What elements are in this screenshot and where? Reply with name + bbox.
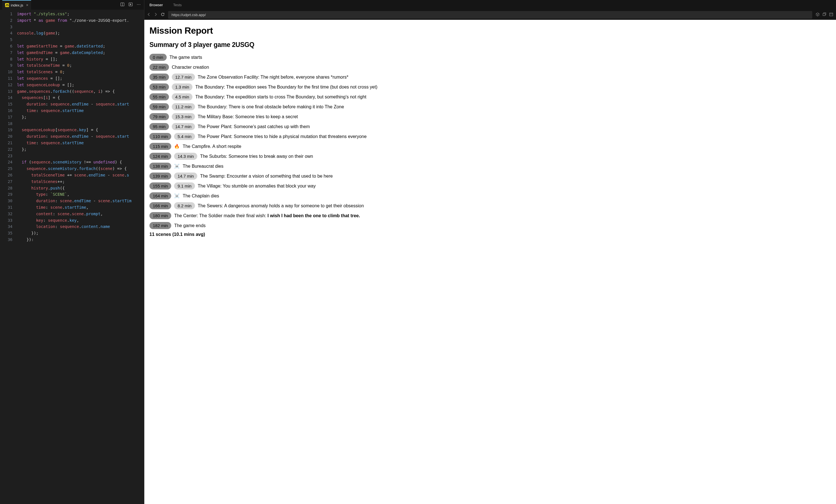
- time-badge: 59 min: [149, 103, 169, 110]
- time-badge: 138 min: [149, 162, 171, 170]
- event-text: The Zone Observation Facility: The night…: [198, 75, 348, 80]
- svg-rect-3: [823, 13, 825, 16]
- event-row: 180 minThe Center: The Soldier made thei…: [149, 212, 831, 219]
- url-input[interactable]: [168, 11, 812, 19]
- event-text: The Bureaucrat dies: [183, 164, 223, 169]
- time-badge: 53 min: [149, 83, 169, 91]
- time-badge: 22 min: [149, 64, 169, 71]
- time-badge: 110 min: [149, 133, 171, 140]
- event-text: The Boundary: There is one final obstacl…: [198, 104, 344, 110]
- duration-badge: 1.3 min: [172, 83, 192, 91]
- time-badge: 124 min: [149, 153, 171, 160]
- event-row: 110 min5.4 minThe Power Plant: Someone t…: [149, 133, 831, 140]
- fire-icon: 🔥: [174, 144, 180, 149]
- file-tab-label: index.js: [11, 3, 23, 7]
- summary-line: 11 scenes (10.1 mins avg): [149, 232, 831, 237]
- close-tab-icon[interactable]: ×: [26, 3, 28, 7]
- new-window-icon[interactable]: [822, 13, 826, 17]
- event-text: The Suburbs: Someone tries to break away…: [200, 154, 313, 159]
- svg-rect-4: [830, 13, 833, 16]
- preview-content[interactable]: Mission Report Summary of 3 player game …: [144, 20, 836, 504]
- time-badge: 182 min: [149, 222, 171, 229]
- time-badge: 35 min: [149, 74, 169, 81]
- event-text: The Village: You stumble on anomalies th…: [198, 183, 316, 189]
- line-gutter: 1234567891011121314151617181920212223242…: [0, 11, 17, 504]
- event-text: The game ends: [174, 223, 206, 228]
- time-badge: 95 min: [149, 123, 169, 130]
- duration-badge: 14.7 min: [174, 173, 197, 180]
- time-badge: 139 min: [149, 173, 171, 180]
- skull-icon: ☠️: [174, 193, 180, 198]
- event-row: 35 min12.7 minThe Zone Observation Facil…: [149, 74, 831, 81]
- event-text: Character creation: [172, 65, 209, 70]
- duration-badge: 5.4 min: [174, 133, 195, 140]
- nav-forward-icon[interactable]: [154, 13, 157, 17]
- event-row: 164 min☠️The Chaplain dies: [149, 192, 831, 199]
- split-editor-icon[interactable]: [120, 2, 125, 7]
- event-row: 138 min☠️The Bureaucrat dies: [149, 162, 831, 170]
- more-icon[interactable]: ⋯: [137, 2, 141, 7]
- duration-badge: 14.7 min: [172, 123, 195, 130]
- duration-badge: 14.3 min: [174, 153, 197, 160]
- event-row: 139 min14.7 minThe Swamp: Encounter a vi…: [149, 173, 831, 180]
- code-editor[interactable]: 1234567891011121314151617181920212223242…: [0, 9, 144, 504]
- nav-back-icon[interactable]: [147, 13, 151, 17]
- duration-badge: 11.2 min: [172, 103, 195, 110]
- reload-icon[interactable]: [161, 13, 165, 17]
- time-badge: 155 min: [149, 182, 171, 190]
- event-row: 95 min14.7 minThe Power Plant: Someone's…: [149, 123, 831, 130]
- event-row: 59 min11.2 minThe Boundary: There is one…: [149, 103, 831, 110]
- event-row: 115 min🔥The Campfire. A short respite: [149, 143, 831, 150]
- duration-badge: 12.7 min: [172, 74, 195, 81]
- event-text: The Power Plant: Someone tries to hide a…: [198, 134, 367, 139]
- event-row: 53 min1.3 minThe Boundary: The expeditio…: [149, 83, 831, 91]
- event-row: 182 minThe game ends: [149, 222, 831, 229]
- event-row: 79 min15.3 minThe Military Base: Someone…: [149, 113, 831, 120]
- duration-badge: 15.3 min: [172, 113, 195, 120]
- file-tab-index-js[interactable]: JS index.js ×: [2, 0, 31, 9]
- time-badge: 79 min: [149, 113, 169, 120]
- event-text: The Power Plant: Someone's past catches …: [198, 124, 310, 129]
- event-text: The Sewers: A dangerous anomaly holds a …: [198, 203, 364, 209]
- event-list: 0 minThe game starts22 minCharacter crea…: [149, 54, 831, 229]
- event-row: 166 min8.2 minThe Sewers: A dangerous an…: [149, 202, 831, 209]
- event-text: The Chaplain dies: [183, 193, 219, 198]
- event-text: The Center: The Soldier made their final…: [174, 213, 360, 218]
- duration-badge: 9.1 min: [174, 182, 195, 190]
- codesandbox-icon[interactable]: [816, 13, 820, 17]
- event-row: 0 minThe game starts: [149, 54, 831, 61]
- time-badge: 180 min: [149, 212, 171, 219]
- url-bar: [144, 9, 836, 20]
- report-title: Mission Report: [149, 25, 831, 36]
- time-badge: 55 min: [149, 93, 169, 100]
- event-text: The Military Base: Someone tries to keep…: [198, 114, 298, 119]
- event-text: The game starts: [170, 55, 202, 60]
- time-badge: 0 min: [149, 54, 167, 61]
- run-icon[interactable]: [129, 2, 133, 7]
- tab-tests[interactable]: Tests: [173, 3, 182, 7]
- preview-panel: Browser Tests Mission Report Summary of …: [144, 0, 836, 504]
- tab-browser[interactable]: Browser: [149, 3, 163, 7]
- event-text: The Boundary: The expedition sees The Bo…: [195, 84, 377, 90]
- js-file-icon: JS: [5, 3, 9, 7]
- event-text: The Swamp: Encounter a vision of somethi…: [200, 174, 333, 179]
- duration-badge: 4.5 min: [172, 93, 192, 100]
- event-row: 124 min14.3 minThe Suburbs: Someone trie…: [149, 153, 831, 160]
- time-badge: 164 min: [149, 192, 171, 199]
- duration-badge: 8.2 min: [174, 202, 195, 209]
- report-subtitle: Summary of 3 player game 2USGQ: [149, 41, 831, 49]
- event-row: 22 minCharacter creation: [149, 64, 831, 71]
- editor-tab-bar: JS index.js × ⋯: [0, 0, 144, 9]
- event-text: The Boundary: The expedition starts to c…: [195, 95, 366, 100]
- code-content[interactable]: import "./styles.css";import * as game f…: [17, 11, 144, 504]
- event-row: 55 min4.5 minThe Boundary: The expeditio…: [149, 93, 831, 100]
- editor-panel: JS index.js × ⋯ 123456789101112131415161…: [0, 0, 144, 504]
- layout-icon[interactable]: [829, 13, 833, 17]
- event-text: The Campfire. A short respite: [183, 144, 241, 149]
- event-row: 155 min9.1 minThe Village: You stumble o…: [149, 182, 831, 190]
- time-badge: 166 min: [149, 202, 171, 209]
- preview-tab-bar: Browser Tests: [144, 0, 836, 9]
- skull-icon: ☠️: [174, 163, 180, 169]
- time-badge: 115 min: [149, 143, 171, 150]
